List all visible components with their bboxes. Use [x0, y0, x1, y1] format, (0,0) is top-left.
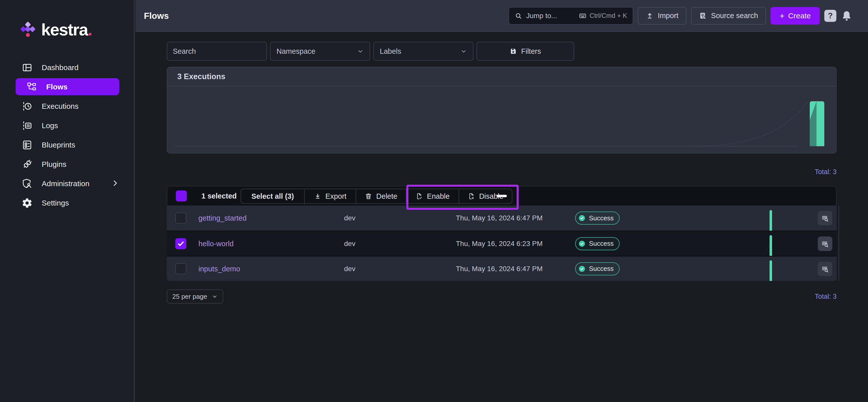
status-badge: Success — [575, 212, 620, 225]
search-input[interactable] — [173, 47, 268, 56]
per-page-select[interactable]: 25 per page — [167, 289, 223, 304]
flow-link[interactable]: inputs_demo — [198, 265, 240, 273]
namespace-cell: dev — [344, 240, 355, 248]
labels-select[interactable]: Labels — [373, 42, 473, 61]
search-icon — [515, 12, 522, 20]
sidebar: kestra. Dashboard Flows Executions — [0, 0, 135, 402]
disable-button[interactable]: Disable — [459, 189, 512, 203]
flows-icon — [26, 82, 37, 92]
kestra-app: kestra. Dashboard Flows Executions — [0, 0, 868, 402]
table-row-inputs-demo[interactable]: inputs_demo dev Thu, May 16, 2024 6:47 P… — [167, 256, 837, 281]
select-all-checkbox[interactable] — [176, 190, 187, 202]
executions-icon — [22, 101, 33, 112]
success-check-icon — [578, 265, 586, 273]
sidebar-item-executions[interactable]: Executions — [0, 96, 135, 116]
save-filters-icon — [509, 48, 517, 55]
topbar-controls: Jump to... Ctrl/Cmd + K Import Sour — [508, 7, 852, 25]
chevron-down-icon — [212, 293, 218, 300]
namespace-cell: dev — [344, 265, 355, 273]
sidebar-item-flows[interactable]: Flows — [0, 77, 135, 96]
text-search-icon — [820, 239, 830, 248]
administration-shield-icon — [22, 178, 33, 189]
success-check-icon — [578, 240, 586, 248]
flows-table: 1 selected Select all (3) Export Delete — [167, 186, 837, 281]
import-button[interactable]: Import — [638, 7, 686, 25]
row-checkbox[interactable] — [175, 238, 186, 249]
mini-chart-tail — [763, 220, 770, 230]
source-search-button[interactable]: Source search — [691, 7, 766, 25]
jump-to-search[interactable]: Jump to... Ctrl/Cmd + K — [508, 7, 633, 25]
mini-chart-tail — [763, 270, 770, 281]
chevron-right-icon — [111, 179, 119, 188]
trash-icon — [365, 192, 372, 200]
settings-gear-icon — [22, 197, 33, 209]
namespace-cell: dev — [344, 214, 355, 222]
mini-chart-tail — [763, 245, 770, 256]
sidebar-nav: Dashboard Flows Executions Logs — [0, 58, 135, 213]
status-badge: Success — [575, 237, 620, 250]
table-total: Total: 3 — [815, 293, 837, 301]
upload-icon — [646, 12, 654, 20]
export-button[interactable]: Export — [305, 189, 356, 203]
file-check-icon — [415, 192, 423, 200]
text-search-icon — [820, 214, 830, 223]
sidebar-item-blueprints[interactable]: Blueprints — [0, 135, 135, 155]
last-execution-date: Thu, May 16, 2024 6:23 PM — [456, 240, 543, 248]
keyboard-icon — [579, 12, 586, 20]
download-icon — [314, 192, 321, 200]
file-x-icon — [468, 192, 475, 200]
kestra-logo[interactable]: kestra. — [20, 21, 92, 38]
dashboard-icon — [22, 62, 33, 73]
main-content: Namespace Labels Filters 3 Executions — [135, 32, 868, 402]
table-row-getting-started[interactable]: getting_started dev Thu, May 16, 2024 6:… — [167, 206, 837, 230]
row-executions-log-button[interactable] — [818, 211, 832, 225]
row-checkbox[interactable] — [175, 213, 186, 224]
sidebar-item-plugins[interactable]: Plugins — [0, 155, 135, 174]
sidebar-item-dashboard[interactable]: Dashboard — [0, 58, 135, 77]
chevron-down-icon — [357, 48, 364, 55]
plugins-icon — [22, 159, 33, 170]
topbar: Flows Jump to... Ctrl/Cmd + K Import — [135, 0, 868, 32]
shortcut-hint: Ctrl/Cmd + K — [579, 12, 627, 20]
jump-to-label: Jump to... — [526, 12, 557, 20]
help-button[interactable]: ? — [824, 10, 836, 22]
kestra-wordmark: kestra. — [41, 21, 92, 38]
bulk-buttons-group: Select all (3) Export Delete Enable — [241, 189, 513, 204]
logs-icon — [22, 120, 33, 131]
success-check-icon — [578, 214, 586, 222]
table-row-hello-world[interactable]: hello-world dev Thu, May 16, 2024 6:23 P… — [167, 230, 837, 256]
executions-panel: 3 Executions — [167, 67, 837, 154]
enable-button[interactable]: Enable — [406, 189, 459, 203]
row-checkbox[interactable] — [175, 263, 186, 274]
last-execution-date: Thu, May 16, 2024 6:47 PM — [456, 265, 543, 273]
sidebar-item-administration[interactable]: Administration — [0, 174, 135, 193]
create-button[interactable]: + Create — [771, 7, 820, 25]
sidebar-item-settings[interactable]: Settings — [0, 193, 135, 213]
last-execution-date: Thu, May 16, 2024 6:47 PM — [456, 214, 543, 222]
pagination-row: 25 per page Total: 3 — [167, 289, 837, 304]
text-search-icon — [820, 264, 830, 273]
executions-panel-header: 3 Executions — [167, 67, 836, 86]
chevron-down-icon — [460, 48, 467, 55]
kestra-logo-icon — [20, 21, 36, 38]
row-executions-log-button[interactable] — [818, 237, 832, 251]
notifications-bell-icon[interactable] — [841, 10, 852, 22]
select-all-button[interactable]: Select all (3) — [241, 189, 305, 203]
bulk-actions-bar: 1 selected Select all (3) Export Delete — [167, 186, 837, 206]
executions-bar-chart[interactable] — [167, 87, 836, 154]
delete-button[interactable]: Delete — [356, 189, 406, 203]
table-right-border — [839, 206, 839, 281]
page-title: Flows — [144, 11, 169, 21]
namespace-select[interactable]: Namespace — [270, 42, 370, 61]
plus-icon: + — [780, 11, 785, 20]
executions-total: Total: 3 — [167, 168, 837, 176]
search-field — [167, 42, 267, 61]
file-search-icon — [699, 12, 707, 20]
mini-execution-bar — [770, 260, 772, 281]
sidebar-item-logs[interactable]: Logs — [0, 116, 135, 135]
flow-link[interactable]: hello-world — [198, 240, 234, 248]
bulk-left: 1 selected — [167, 190, 237, 202]
row-executions-log-button[interactable] — [818, 261, 832, 276]
filters-button[interactable]: Filters — [476, 42, 574, 61]
flow-link[interactable]: getting_started — [198, 214, 247, 222]
